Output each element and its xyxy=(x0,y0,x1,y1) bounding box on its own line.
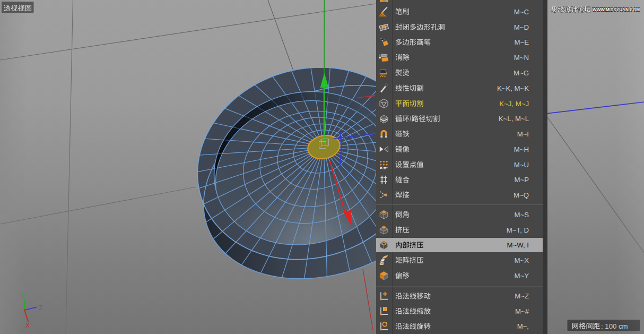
svg-text:M~I: M~I xyxy=(517,130,529,138)
svg-text:: 100 cm: : 100 cm xyxy=(601,322,628,330)
svg-text:M~H: M~H xyxy=(514,145,529,153)
svg-text:M~S: M~S xyxy=(515,211,529,219)
svg-text:M~N: M~N xyxy=(514,54,529,62)
svg-text:M~Y: M~Y xyxy=(515,272,529,280)
svg-text:M~U: M~U xyxy=(514,161,529,169)
svg-text:M~Q: M~Q xyxy=(514,191,529,199)
svg-text:M~E: M~E xyxy=(515,38,529,46)
svg-text:M~Z: M~Z xyxy=(515,292,529,300)
svg-text:M~X: M~X xyxy=(515,256,529,264)
svg-text:M~,: M~, xyxy=(517,322,529,330)
svg-text:K~K, M~K: K~K, M~K xyxy=(497,84,529,92)
svg-text:M~W, I: M~W, I xyxy=(507,241,529,249)
svg-text:M~G: M~G xyxy=(514,69,529,77)
svg-text:M~C: M~C xyxy=(514,8,529,16)
svg-text:M~D: M~D xyxy=(514,23,529,31)
svg-text:M~P: M~P xyxy=(515,176,529,184)
svg-text:WWW.MISSYUAN.COM: WWW.MISSYUAN.COM xyxy=(593,6,640,12)
svg-text:M~T, D: M~T, D xyxy=(507,226,529,234)
svg-text:M~#: M~# xyxy=(515,307,529,315)
svg-text:Z: Z xyxy=(39,304,42,312)
svg-text:X: X xyxy=(25,322,30,329)
svg-text:K~L, M~L: K~L, M~L xyxy=(499,115,529,123)
svg-text:Y: Y xyxy=(21,292,25,299)
svg-text:K~J, M~J: K~J, M~J xyxy=(499,100,529,108)
